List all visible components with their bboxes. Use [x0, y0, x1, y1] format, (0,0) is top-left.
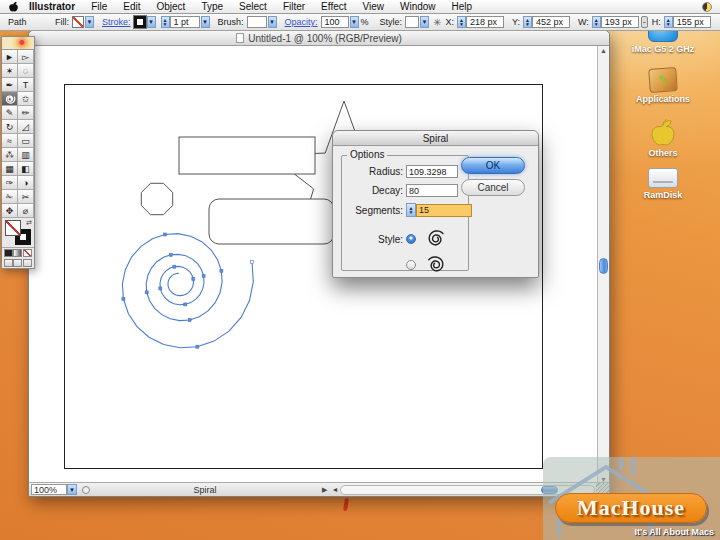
spiral-tool[interactable] — [2, 92, 18, 106]
selection-tool[interactable]: ► — [2, 50, 18, 64]
style-ccw-radio[interactable] — [406, 234, 416, 244]
brush-field[interactable] — [247, 16, 267, 28]
y-stepper[interactable]: ▲▼ — [523, 16, 532, 28]
h-field[interactable]: 155 px — [673, 16, 711, 28]
menu-illustrator[interactable]: Illustrator — [21, 1, 83, 12]
w-stepper[interactable]: ▲▼ — [592, 16, 601, 28]
scissors-tool[interactable]: ✂ — [18, 190, 34, 204]
mesh-tool[interactable]: ▦ — [2, 162, 18, 176]
zoom-level-field[interactable]: 100% — [31, 484, 67, 495]
style-cw-radio[interactable] — [406, 260, 416, 270]
menu-help[interactable]: Help — [444, 1, 481, 12]
apple-menu-icon[interactable] — [8, 1, 19, 12]
h-stepper[interactable]: ▲▼ — [664, 16, 673, 28]
rotate-tool[interactable]: ↻ — [2, 120, 18, 134]
none-button[interactable] — [23, 249, 32, 257]
machouse-logo: MacHouse — [555, 493, 707, 523]
menu-filter[interactable]: Filter — [275, 1, 313, 12]
segments-input[interactable]: 15 — [416, 204, 472, 217]
stroke-dropdown-button[interactable]: ▼ — [147, 16, 156, 28]
menu-type[interactable]: Type — [193, 1, 231, 12]
warp-tool[interactable]: ≈ — [2, 134, 18, 148]
ok-button[interactable]: OK — [461, 157, 525, 174]
style-dropdown[interactable]: ▼ — [420, 16, 429, 28]
menu-effect[interactable]: Effect — [313, 1, 354, 12]
pencil-tool[interactable]: ✏ — [18, 106, 34, 120]
symbol-sprayer-tool[interactable]: ⁂ — [2, 148, 18, 162]
segments-stepper[interactable]: ▲▼ — [406, 203, 416, 217]
toolbox-header-artwork[interactable] — [2, 37, 34, 50]
decay-input[interactable]: 80 — [406, 184, 458, 197]
rectangle-shape[interactable] — [179, 137, 315, 174]
dialog-titlebar[interactable]: Spiral — [333, 131, 538, 146]
stroke-weight-field[interactable]: 1 pt — [170, 16, 200, 28]
opacity-field[interactable]: 100 — [321, 16, 349, 28]
cancel-button[interactable]: Cancel — [461, 179, 525, 196]
menu-window[interactable]: Window — [392, 1, 444, 12]
brush-dropdown[interactable]: ▼ — [268, 16, 277, 28]
stroke-link[interactable]: Stroke: — [102, 17, 131, 27]
opacity-unit: % — [361, 17, 369, 27]
standard-screen-button[interactable] — [4, 259, 13, 267]
gradient-tool[interactable]: ◧ — [18, 162, 34, 176]
graph-tool[interactable]: ▥ — [18, 148, 34, 162]
pen-tool[interactable]: ✒ — [2, 78, 18, 92]
radius-input[interactable]: 109.3298 — [406, 165, 458, 178]
direct-selection-tool[interactable]: ▻ — [18, 50, 34, 64]
star-tool[interactable]: ✩ — [18, 92, 34, 106]
radius-label: Radius: — [345, 166, 403, 177]
opacity-link[interactable]: Opacity: — [285, 17, 318, 27]
menu-edit[interactable]: Edit — [115, 1, 148, 12]
hand-tool[interactable]: ✥ — [2, 204, 18, 218]
fill-swatch[interactable] — [5, 220, 21, 236]
style-field[interactable] — [405, 16, 419, 28]
vertical-scroll-thumb[interactable] — [599, 258, 608, 274]
desktop-icon-label: iMac G5 2 GHz — [632, 44, 695, 54]
gradient-button[interactable] — [13, 249, 22, 257]
type-tool[interactable]: T — [18, 78, 34, 92]
scroll-up-arrow[interactable]: ▲ — [600, 47, 607, 54]
menu-select[interactable]: Select — [231, 1, 275, 12]
document-titlebar[interactable]: Untitled-1 @ 100% (RGB/Preview) — [29, 31, 609, 46]
color-button[interactable] — [4, 249, 13, 257]
opacity-dropdown[interactable]: ▼ — [350, 16, 359, 28]
menu-view[interactable]: View — [355, 1, 393, 12]
reference-point-icon[interactable]: ✳ — [433, 17, 441, 28]
vertical-scrollbar[interactable]: ▲ ▼ — [597, 46, 609, 484]
menu-extra-icon[interactable] — [702, 2, 712, 12]
fullscreen-menubar-button[interactable] — [13, 259, 22, 267]
desktop-icon-others[interactable]: Others — [628, 118, 698, 158]
lasso-tool[interactable]: ◌ — [18, 64, 34, 78]
free-transform-tool[interactable]: ▭ — [18, 134, 34, 148]
blend-tool[interactable]: ◑ — [18, 176, 34, 190]
paintbrush-tool[interactable]: ✎ — [2, 106, 18, 120]
x-field[interactable]: 218 px — [466, 16, 504, 28]
menu-file[interactable]: File — [83, 1, 115, 12]
rounded-rectangle-shape[interactable] — [209, 199, 334, 244]
spiral-shape-path[interactable] — [122, 234, 253, 348]
eyedropper-tool[interactable]: ✑ — [2, 176, 18, 190]
hscroll-left-arrow[interactable]: ◄ — [331, 486, 338, 493]
spiral-dialog: Spiral Options Radius: 109.3298 Decay: 8… — [332, 130, 539, 278]
fill-color-swatch[interactable] — [72, 16, 84, 28]
constrain-proportions-icon[interactable] — [641, 16, 648, 28]
zoom-tool[interactable]: ⌀ — [18, 204, 34, 218]
desktop-icon-ramdisk[interactable]: RamDisk — [628, 168, 698, 200]
x-stepper[interactable]: ▲▼ — [457, 16, 466, 28]
zoom-dropdown-button[interactable]: ▼ — [67, 484, 77, 495]
stroke-weight-dropdown[interactable]: ▼ — [201, 16, 210, 28]
menu-object[interactable]: Object — [148, 1, 193, 12]
status-next-arrow[interactable]: ▶ — [322, 486, 327, 494]
octagon-shape[interactable] — [141, 183, 172, 214]
scale-tool[interactable]: ◿ — [18, 120, 34, 134]
magic-wand-tool[interactable]: ✶ — [2, 64, 18, 78]
desktop-icon-applications[interactable]: ✎ Applications — [628, 68, 698, 104]
w-field[interactable]: 193 px — [601, 16, 639, 28]
y-field[interactable]: 452 px — [532, 16, 570, 28]
fullscreen-button[interactable] — [23, 259, 32, 267]
fill-dropdown-button[interactable]: ▼ — [85, 16, 94, 28]
stroke-color-swatch[interactable] — [134, 16, 146, 28]
stroke-weight-stepper[interactable]: ▲▼ — [161, 16, 170, 28]
slice-tool[interactable]: ✁ — [2, 190, 18, 204]
swap-fill-stroke-icon[interactable]: ⇄ — [26, 219, 32, 227]
